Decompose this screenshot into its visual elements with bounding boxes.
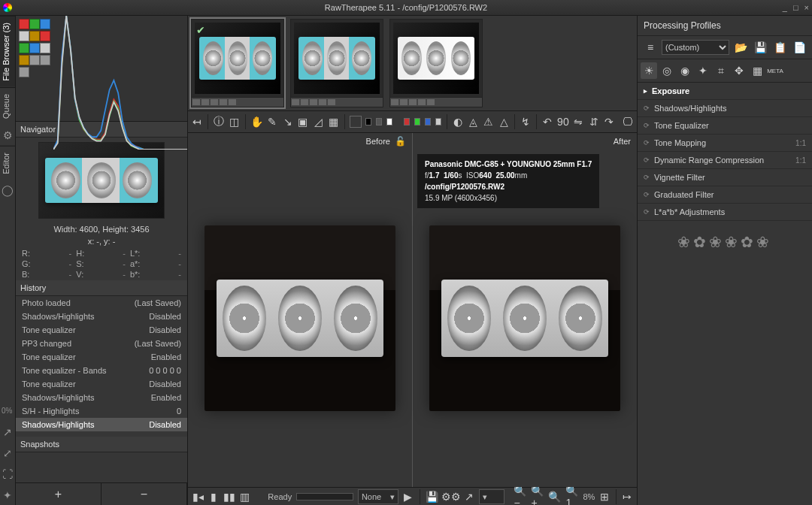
reset-icon[interactable]: ⟳ <box>644 191 650 198</box>
flip-v-icon[interactable]: ⇵ <box>588 113 600 130</box>
histogram-toggle[interactable] <box>29 19 40 29</box>
sb-nav-prev-icon[interactable]: ▮ <box>208 488 219 505</box>
tab-raw-icon[interactable]: ▦ <box>749 62 765 79</box>
history-item[interactable]: Shadows/HighlightsDisabled <box>16 310 187 323</box>
help-icon[interactable]: ⛶ <box>0 464 15 485</box>
snapshot-add-button[interactable]: + <box>16 483 102 505</box>
tab-exposure-icon[interactable]: ☀ <box>641 62 657 79</box>
contrast-icon[interactable]: ◐ <box>451 113 463 130</box>
maximize-button[interactable]: □ <box>793 3 798 12</box>
after-image[interactable]: Panasonic DMC-G85 + YOUNGNUO 25mm F1.7 f… <box>413 150 637 487</box>
tab-color-icon[interactable]: ◉ <box>677 62 693 79</box>
reset-icon[interactable]: ⟳ <box>644 156 650 164</box>
ext-editor-select[interactable]: ▾ <box>479 489 505 504</box>
reset-icon[interactable]: ⟳ <box>644 104 650 112</box>
histogram-toggle[interactable] <box>29 31 40 41</box>
unlock-icon[interactable]: 🔓 <box>395 136 406 147</box>
tab-meta-icon[interactable]: META <box>767 62 783 79</box>
tab-file-browser[interactable]: File Browser (3) <box>0 16 15 87</box>
fullscreen-icon[interactable]: ⤢ <box>0 443 15 464</box>
perspective-icon[interactable]: ▦ <box>328 113 340 130</box>
history-item[interactable]: Tone equalizerDisabled <box>16 377 187 391</box>
toggle-right-panel-icon[interactable]: ↦ <box>623 488 633 505</box>
settings-icon[interactable]: ✦ <box>0 485 15 505</box>
sb-nav-next-icon[interactable]: ▮▮ <box>223 488 235 505</box>
false-color-icon[interactable]: ↯ <box>520 113 532 130</box>
clip-warn2-icon[interactable]: △ <box>498 113 510 130</box>
history-item[interactable]: Tone equalizerDisabled <box>16 323 187 337</box>
flip-h-icon[interactable]: ⇋ <box>572 113 584 130</box>
history-item[interactable]: Tone equalizerEnabled <box>16 350 187 364</box>
profile-load-icon[interactable]: 📂 <box>732 39 749 56</box>
info-icon[interactable]: ⓘ <box>213 113 225 130</box>
clip-warn-icon[interactable]: ⚠ <box>482 113 494 130</box>
sb-gears-icon[interactable]: ⚙⚙ <box>443 488 459 505</box>
sb-edit-ext-icon[interactable]: ↗ <box>464 488 474 505</box>
filmstrip-thumb[interactable] <box>389 19 483 107</box>
rotate-left-icon[interactable]: ↶ <box>541 113 553 130</box>
histogram-toggle[interactable] <box>19 43 29 53</box>
histogram-toggle[interactable] <box>40 31 50 41</box>
profile-select[interactable]: (Custom) <box>662 40 729 55</box>
sb-nav-first-icon[interactable]: ▮◂ <box>192 488 204 505</box>
profile-copy-icon[interactable]: 📋 <box>771 39 788 56</box>
tool-section[interactable]: ⟳Dynamic Range Compression1:1 <box>638 152 812 169</box>
tool-section[interactable]: ⟳Graduated Filter <box>638 186 812 204</box>
output-profile-select[interactable]: None▾ <box>358 489 398 504</box>
tab-detail-icon[interactable]: ◎ <box>659 62 675 79</box>
straighten-icon[interactable]: ◿ <box>312 113 324 130</box>
gamut-icon[interactable]: ◬ <box>467 113 479 130</box>
tab-queue[interactable]: Queue <box>0 87 15 125</box>
monitor-profile-icon[interactable]: 🖵 <box>621 113 633 130</box>
histogram-toggle[interactable] <box>29 55 40 65</box>
bg-square-icon[interactable] <box>350 113 362 130</box>
profile-save-icon[interactable]: 💾 <box>752 39 768 56</box>
toggle-g[interactable] <box>414 118 420 125</box>
tool-section[interactable]: ⟳Tone Mapping1:1 <box>638 135 812 152</box>
zoom-fit-icon[interactable]: 🔍 <box>548 488 561 505</box>
palette-icon[interactable]: ◯ <box>0 180 15 201</box>
reset-icon[interactable]: ⟳ <box>644 139 650 147</box>
tool-section[interactable]: ⟳Shadows/Highlights <box>638 100 812 117</box>
tab-transform-icon[interactable]: ✥ <box>731 62 747 79</box>
histogram-toggle[interactable] <box>19 31 29 41</box>
wb-pick-icon[interactable]: ↘ <box>281 113 293 130</box>
hand-tool-icon[interactable]: ✋ <box>250 113 263 130</box>
tab-editor[interactable]: Editor <box>0 146 15 180</box>
sb-queue-icon[interactable]: 💾 <box>426 488 438 505</box>
zoom-out-icon[interactable]: 🔍− <box>514 488 526 505</box>
toggle-r[interactable] <box>404 118 410 125</box>
zoom-100-icon[interactable]: 🔍1 <box>565 488 578 505</box>
filmstrip-thumb[interactable]: ✔ <box>191 19 284 107</box>
toggle-b[interactable] <box>425 118 431 125</box>
history-item[interactable]: Photo loaded(Last Saved) <box>16 296 187 310</box>
profile-fill-mode-icon[interactable]: ≡ <box>642 39 659 56</box>
picker-icon[interactable]: ✎ <box>266 113 278 130</box>
preferences-icon[interactable]: ⚙ <box>0 125 15 146</box>
navigator-preview[interactable] <box>38 142 165 219</box>
sb-save-icon[interactable]: ▶ <box>403 488 414 505</box>
expand-icon[interactable]: ▸ <box>644 87 647 95</box>
history-item[interactable]: Shadows/HighlightsEnabled <box>16 391 187 404</box>
histogram-toggle[interactable] <box>40 19 50 29</box>
before-after-icon[interactable]: ◫ <box>229 113 241 130</box>
histogram-toggle[interactable] <box>40 43 50 53</box>
rotate-right-icon[interactable]: ↷ <box>603 113 615 130</box>
histogram-toggle[interactable] <box>19 19 29 29</box>
reset-icon[interactable]: ⟳ <box>644 208 650 216</box>
minimize-button[interactable]: _ <box>783 3 787 12</box>
reset-icon[interactable]: ⟳ <box>644 122 650 129</box>
toggle-l[interactable] <box>435 118 441 125</box>
toggle-gray-bg[interactable] <box>376 118 382 125</box>
history-item[interactable]: Shadows/HighlightsDisabled <box>16 418 187 431</box>
tab-advanced-icon[interactable]: ✦ <box>695 62 711 79</box>
close-button[interactable]: × <box>804 3 809 12</box>
profile-paste-icon[interactable]: 📄 <box>791 39 807 56</box>
rotate-90-icon[interactable]: 90 <box>557 113 569 130</box>
arrow-left-icon[interactable]: ↤ <box>191 113 203 130</box>
tool-section[interactable]: ⟳Tone Equalizer <box>638 117 812 135</box>
toggle-black-bg[interactable] <box>365 118 371 125</box>
filmstrip-thumb[interactable] <box>290 19 383 107</box>
history-item[interactable]: Tone equalizer - Bands0 0 0 0 0 <box>16 364 187 377</box>
histogram-toggle[interactable] <box>19 67 29 77</box>
